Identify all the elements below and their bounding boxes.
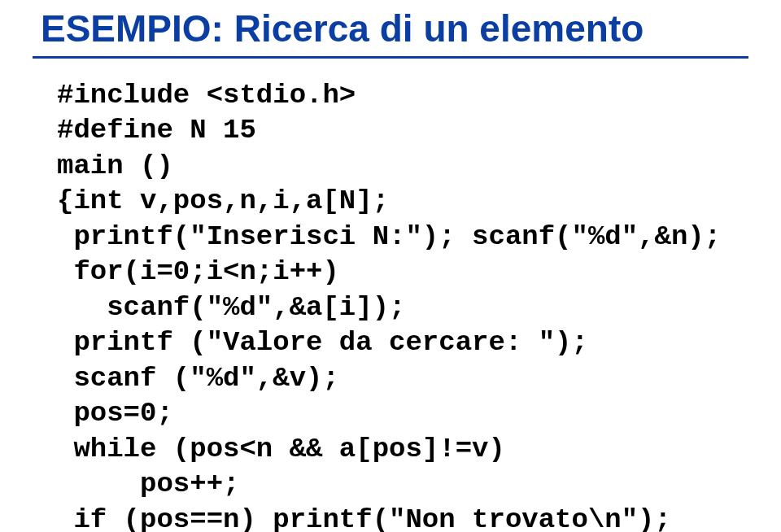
code-line: pos=0; (57, 398, 173, 429)
code-line: printf ("Valore da cercare: "); (57, 327, 588, 358)
code-line: #define N 15 (57, 115, 256, 146)
slide-title: ESEMPIO: Ricerca di un elemento (41, 8, 748, 50)
code-line: main () (57, 150, 173, 181)
code-line: scanf ("%d",&v); (57, 363, 339, 394)
title-underline (33, 56, 748, 59)
code-line: {int v,pos,n,i,a[N]; (57, 185, 389, 216)
slide-container: ESEMPIO: Ricerca di un elemento #include… (0, 0, 781, 532)
code-line: for(i=0;i<n;i++) (57, 256, 339, 287)
code-block: #include <stdio.h> #define N 15 main () … (57, 78, 748, 532)
code-line: if (pos==n) printf("Non trovato\n"); (57, 504, 671, 532)
code-line: printf("Inserisci N:"); scanf("%d",&n); (57, 221, 721, 252)
code-line: pos++; (57, 469, 239, 499)
code-line: scanf("%d",&a[i]); (57, 292, 405, 323)
code-line: #include <stdio.h> (57, 80, 356, 111)
code-line: while (pos<n && a[pos]!=v) (57, 434, 505, 464)
